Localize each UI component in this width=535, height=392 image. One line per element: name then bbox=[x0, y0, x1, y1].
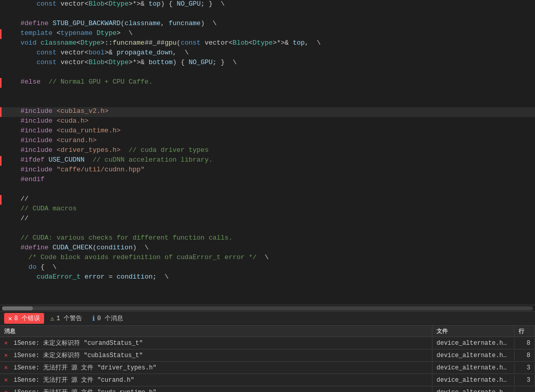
code-line: #else // Normal GPU + CPU Caffe. bbox=[0, 78, 535, 88]
error-message: ✕ iSense: 无法打开 源 文件 "curand.h" bbox=[0, 374, 432, 386]
error-type-icon: ✕ bbox=[4, 352, 8, 359]
error-line: 3 bbox=[514, 375, 535, 385]
code-line: const vector<Blob<Dtype>*>& bottom) { NO… bbox=[0, 58, 535, 68]
code-line: #include <curand.h> bbox=[0, 136, 535, 146]
error-panel-header: 消息 文件 行 bbox=[0, 326, 535, 337]
error-file: device_alternate.hpp bbox=[432, 350, 514, 361]
code-content: const vector<Blob<Dtype>*>& top) { NO_GP… bbox=[0, 0, 535, 305]
code-line bbox=[0, 10, 535, 19]
error-line: 8 bbox=[514, 338, 535, 348]
code-line: do { \ bbox=[0, 263, 535, 273]
error-row[interactable]: ✕ iSense: 未定义标识符 "curandStatus_t" device… bbox=[0, 337, 535, 349]
info-count-button[interactable]: ℹ 0 个消息 bbox=[88, 313, 127, 324]
code-line: // CUDA macros bbox=[0, 205, 535, 214]
warning-icon: ⚠ bbox=[50, 315, 54, 323]
warning-count-label: 1 个警告 bbox=[56, 314, 82, 323]
code-line: #include <cuda_runtime.h> bbox=[0, 127, 535, 136]
code-line: cudaError_t error = condition; \ bbox=[0, 273, 535, 283]
error-file: device_alternate.hpp bbox=[432, 363, 514, 373]
code-line: /* Code block avoids redefinition of cud… bbox=[0, 253, 535, 263]
error-file: device_alternate.hpp bbox=[432, 375, 514, 385]
code-line: #endif bbox=[0, 175, 535, 185]
error-type-icon: ✕ bbox=[4, 389, 8, 392]
line-column-header: 行 bbox=[514, 326, 535, 337]
error-line: 8 bbox=[514, 350, 535, 361]
error-message: ✕ iSense: 无法打开 源 文件 "driver_types.h" bbox=[0, 362, 432, 374]
code-line bbox=[0, 224, 535, 234]
scrollbar-thumb[interactable] bbox=[2, 306, 33, 310]
code-line: const vector<bool>& propagate_down, \ bbox=[0, 49, 535, 58]
error-file: device_alternate.hpp bbox=[432, 338, 514, 348]
code-line: template <typename Dtype> \ bbox=[0, 29, 535, 39]
code-line bbox=[0, 88, 535, 97]
error-type-icon: ✕ bbox=[4, 364, 8, 371]
error-count-button[interactable]: ✕ 8 个错误 bbox=[4, 313, 44, 324]
code-line: void classname<Dtype>::funcname##_##gpu(… bbox=[0, 39, 535, 49]
code-editor[interactable]: const vector<Blob<Dtype>*>& top) { NO_GP… bbox=[0, 0, 535, 305]
error-message: ✕ iSense: 未定义标识符 "cublasStatus_t" bbox=[0, 349, 432, 361]
error-row[interactable]: ✕ iSense: 无法打开 源 文件 "curand.h" device_al… bbox=[0, 374, 535, 386]
message-column-header: 消息 bbox=[0, 326, 432, 337]
info-icon: ℹ bbox=[92, 315, 95, 323]
error-list: ✕ iSense: 未定义标识符 "curandStatus_t" device… bbox=[0, 337, 535, 392]
code-line bbox=[0, 185, 535, 195]
code-line: // bbox=[0, 214, 535, 224]
scrollbar-track bbox=[2, 306, 533, 310]
code-line: // bbox=[0, 195, 535, 205]
error-row[interactable]: ✕ iSense: 无法打开 源 文件 "driver_types.h" dev… bbox=[0, 362, 535, 374]
code-line: const vector<Blob<Dtype>*>& top) { NO_GP… bbox=[0, 0, 535, 10]
error-type-icon: ✕ bbox=[4, 340, 8, 347]
status-bar: ✕ 8 个错误 ⚠ 1 个警告 ℹ 0 个消息 bbox=[0, 311, 535, 325]
error-line: 3 bbox=[514, 363, 535, 373]
info-count-label: 0 个消息 bbox=[97, 314, 123, 323]
error-file: device_alternate.hpp bbox=[432, 387, 514, 393]
error-row[interactable]: ✕ iSense: 未定义标识符 "cublasStatus_t" device… bbox=[0, 349, 535, 362]
error-row[interactable]: ✕ iSense: 无法打开 源 文件 "cuda_runtime.h" dev… bbox=[0, 386, 535, 392]
error-message: ✕ iSense: 未定义标识符 "curandStatus_t" bbox=[0, 337, 432, 349]
code-line: #include "caffe/util/cudnn.hpp" bbox=[0, 166, 535, 175]
code-line bbox=[0, 97, 535, 107]
code-line: #ifdef USE_CUDNN // cuDNN acceleration l… bbox=[0, 156, 535, 166]
code-line: #include <cuda.h> bbox=[0, 117, 535, 127]
horizontal-scrollbar[interactable] bbox=[0, 305, 535, 311]
error-panel: 消息 文件 行 ✕ iSense: 未定义标识符 "curandStatus_t… bbox=[0, 325, 535, 392]
error-count-label: 8 个错误 bbox=[14, 314, 40, 323]
code-line: #define STUB_GPU_BACKWARD(classname, fun… bbox=[0, 19, 535, 29]
error-type-icon: ✕ bbox=[4, 377, 8, 384]
code-line: #define CUDA_CHECK(condition) \ bbox=[0, 244, 535, 253]
code-line: // CUDA: various checks for different fu… bbox=[0, 234, 535, 244]
error-message: ✕ iSense: 无法打开 源 文件 "cuda_runtime.h" bbox=[0, 386, 432, 392]
warning-count-button[interactable]: ⚠ 1 个警告 bbox=[46, 313, 86, 324]
code-line bbox=[0, 68, 535, 78]
code-line: #include <cublas_v2.h> bbox=[0, 107, 535, 117]
file-column-header: 文件 bbox=[432, 326, 514, 337]
error-icon: ✕ bbox=[8, 315, 12, 323]
code-line: #include <driver_types.h> // cuda driver… bbox=[0, 146, 535, 156]
